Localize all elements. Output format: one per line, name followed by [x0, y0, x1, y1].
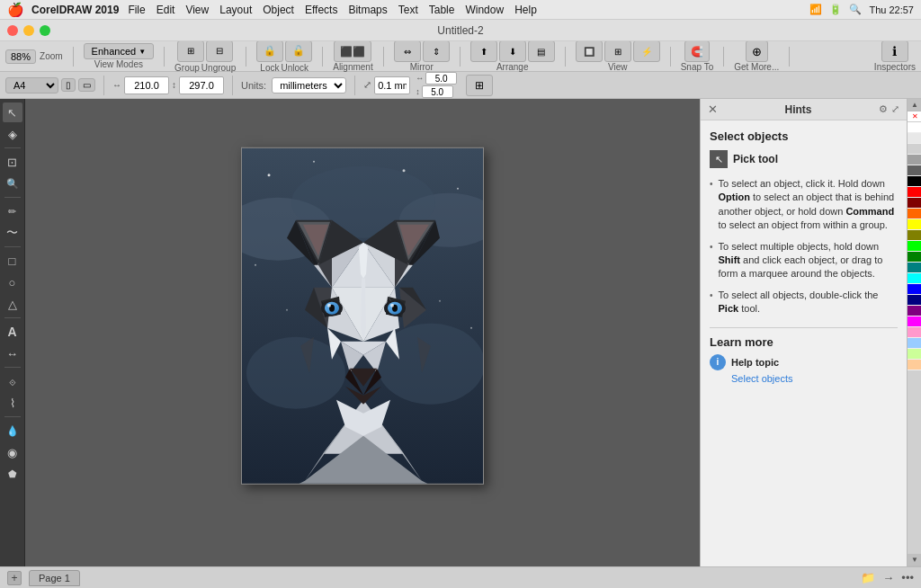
color-pink[interactable]: [908, 327, 921, 338]
color-cyan[interactable]: [908, 273, 921, 284]
color-blue[interactable]: [908, 284, 921, 295]
pick-tool-button[interactable]: ↖: [3, 102, 22, 122]
color-olive[interactable]: [908, 230, 921, 241]
tool-sep2: [4, 197, 21, 198]
apple-menu[interactable]: 🍎: [7, 2, 24, 18]
palette-scroll-down[interactable]: ▼: [908, 554, 921, 566]
rectangle-tool-button[interactable]: □: [3, 251, 22, 271]
color-teal[interactable]: [908, 263, 921, 273]
page-portrait-button[interactable]: ▯: [61, 78, 76, 92]
menu-object[interactable]: Object: [263, 4, 294, 16]
sep1: [73, 47, 74, 67]
color-magenta[interactable]: [908, 316, 921, 327]
menu-edit[interactable]: Edit: [156, 4, 175, 16]
color-red[interactable]: [908, 187, 921, 198]
color-dark-gray[interactable]: [908, 165, 921, 176]
inspectors-button[interactable]: ℹ: [881, 40, 908, 62]
group-button[interactable]: ⊞: [177, 40, 204, 62]
canvas-area[interactable]: [25, 99, 700, 566]
text-tool-button[interactable]: A: [3, 322, 22, 342]
menu-table[interactable]: Table: [429, 4, 455, 16]
menu-help[interactable]: Help: [514, 4, 537, 16]
crop-tool-button[interactable]: ⊡: [3, 152, 22, 172]
color-purple[interactable]: [908, 306, 921, 316]
zoom-value-display[interactable]: 88%: [5, 49, 36, 64]
menu-window[interactable]: Window: [465, 4, 504, 16]
width-input[interactable]: 210.0: [124, 76, 169, 94]
menu-layout[interactable]: Layout: [219, 4, 252, 16]
view-button3[interactable]: ⚡: [633, 40, 660, 62]
interactive-fill-button[interactable]: ⬟: [3, 464, 22, 484]
color-navy[interactable]: [908, 295, 921, 306]
color-light-gray1[interactable]: [908, 133, 921, 144]
page-tab[interactable]: Page 1: [29, 570, 80, 586]
color-green[interactable]: [908, 241, 921, 252]
units-select[interactable]: millimeters inches pixels: [272, 77, 346, 94]
nudge-x-input[interactable]: 5.0: [425, 72, 457, 85]
statusbar-more-icon[interactable]: •••: [901, 571, 914, 584]
view-button1[interactable]: 🔲: [576, 40, 603, 62]
color-black[interactable]: [908, 176, 921, 187]
color-lime[interactable]: [908, 349, 921, 360]
view-button2[interactable]: ⊞: [604, 40, 631, 62]
polygon-tool-button[interactable]: △: [3, 294, 22, 314]
arrange-button1[interactable]: ⬆: [470, 40, 497, 62]
color-dark-red[interactable]: [908, 198, 921, 209]
freehand-tool-button[interactable]: ✏: [3, 201, 22, 221]
color-light-gray2[interactable]: [908, 144, 921, 155]
help-link[interactable]: Select objects: [731, 373, 898, 384]
close-button[interactable]: [7, 25, 18, 36]
color-white[interactable]: [908, 122, 921, 133]
page-format-select[interactable]: A4 Letter: [5, 77, 58, 94]
menu-file[interactable]: File: [128, 4, 145, 16]
eyedropper-tool-button[interactable]: 💧: [3, 421, 22, 441]
blend-tool-button[interactable]: ⟐: [3, 371, 22, 391]
statusbar-folder-icon[interactable]: 📁: [861, 571, 875, 584]
nudge-y-input[interactable]: 5.0: [422, 85, 453, 98]
zoom-tool-button[interactable]: 🔍: [3, 174, 22, 193]
statusbar-arrow-icon[interactable]: →: [882, 571, 894, 584]
view-mode-button[interactable]: Enhanced ▼: [84, 43, 154, 59]
hints-close-button[interactable]: ✕: [708, 102, 718, 116]
color-gray[interactable]: [908, 155, 921, 165]
dimension-tool-button[interactable]: ↔: [3, 343, 22, 363]
smart-draw-tool-button[interactable]: 〜: [3, 223, 22, 243]
lock-button[interactable]: 🔒: [256, 40, 283, 62]
fill-tool-button[interactable]: ◉: [3, 442, 22, 462]
color-yellow[interactable]: [908, 219, 921, 230]
alignment-button[interactable]: ⬛⬛: [334, 40, 371, 62]
color-peach[interactable]: [908, 360, 921, 370]
menu-view[interactable]: View: [185, 4, 209, 16]
ellipse-tool-button[interactable]: ○: [3, 272, 22, 292]
maximize-button[interactable]: [40, 25, 50, 36]
hints-expand-icon[interactable]: ⤢: [891, 103, 899, 115]
hints-settings-icon[interactable]: ⚙: [879, 103, 888, 115]
arrange-button3[interactable]: ▤: [528, 40, 555, 62]
ungroup-button[interactable]: ⊟: [206, 40, 233, 62]
minimize-button[interactable]: [23, 25, 34, 36]
hints-header: ✕ Hints ⚙ ⤢: [701, 99, 907, 120]
nudge-distance-input[interactable]: 0.1 mm: [374, 76, 410, 94]
menu-bitmaps[interactable]: Bitmaps: [348, 4, 387, 16]
node-tool-button[interactable]: ◈: [3, 124, 22, 144]
color-orange[interactable]: [908, 209, 921, 219]
palette-scroll-up[interactable]: ▲: [908, 99, 921, 111]
color-light-blue[interactable]: [908, 338, 921, 349]
inspectors-label: Inspectors: [874, 62, 916, 72]
height-input[interactable]: 297.0: [179, 76, 224, 94]
menu-text[interactable]: Text: [398, 4, 418, 16]
connector-tool-button[interactable]: ⌇: [3, 393, 22, 413]
mirror-v-button[interactable]: ⇕: [423, 40, 450, 62]
search-icon[interactable]: 🔍: [849, 4, 862, 15]
crop-marks-button[interactable]: ⊞: [466, 75, 493, 96]
unlock-button[interactable]: 🔓: [285, 40, 312, 62]
color-none[interactable]: ✕: [908, 111, 921, 122]
page-landscape-button[interactable]: ▭: [78, 78, 95, 92]
menu-effects[interactable]: Effects: [305, 4, 337, 16]
snap-to-button[interactable]: 🧲: [684, 40, 710, 62]
add-page-button[interactable]: +: [7, 571, 22, 585]
mirror-h-button[interactable]: ⇔: [394, 40, 421, 62]
get-more-button[interactable]: ⊕: [746, 40, 768, 62]
arrange-button2[interactable]: ⬇: [499, 40, 526, 62]
color-dark-green[interactable]: [908, 252, 921, 263]
